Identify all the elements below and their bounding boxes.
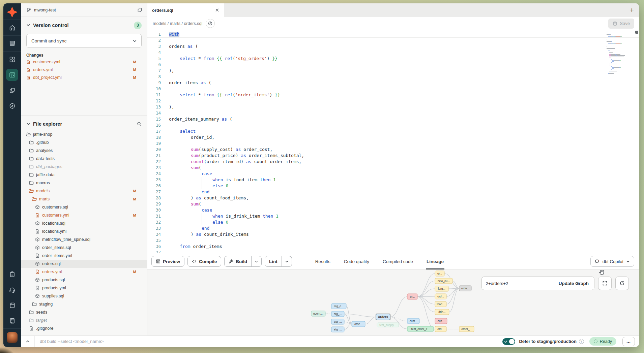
lineage-graph[interactable]: ecom....stg_o...stg_...stg_...stg_...ord… [147, 270, 488, 335]
compass-icon[interactable] [3, 98, 21, 114]
code-line[interactable]: 30 case [147, 207, 639, 213]
code-line[interactable]: 22 count(order_item_id) as count_order_i… [147, 159, 639, 165]
code-line[interactable]: 3orders as ( [147, 43, 639, 50]
code-line[interactable]: 18 order_id, [147, 134, 639, 140]
grid-icon[interactable] [3, 52, 21, 67]
tree-item[interactable]: products.yml [21, 284, 147, 292]
dbt-logo[interactable] [6, 6, 18, 18]
lineage-node-order_y2[interactable]: order_... [459, 326, 474, 332]
tree-item[interactable]: data-tests [21, 155, 147, 163]
chevron-down-icon[interactable] [26, 23, 30, 27]
lineage-node-tsupply[interactable]: test_supply... [377, 323, 399, 327]
commit-options-dropdown[interactable] [128, 34, 141, 47]
code-line[interactable]: 36 from order_items [147, 244, 639, 250]
lineage-node-ord2[interactable]: ord... [435, 326, 446, 332]
lineage-node-orde_g[interactable]: orde... [459, 286, 471, 291]
lineage-node-or_p[interactable]: or... [407, 294, 417, 299]
compile-button[interactable]: Compile [187, 256, 221, 267]
refresh-button[interactable] [615, 277, 629, 290]
command-input[interactable]: dbt build --select <model_name> [34, 336, 502, 347]
user-avatar[interactable] [7, 332, 18, 343]
stack-icon[interactable] [3, 36, 21, 51]
code-line[interactable]: 9order_items as ( [147, 80, 639, 86]
code-line[interactable]: 34 ) as count_drink_items [147, 231, 639, 237]
lineage-node-orders[interactable]: orders [376, 314, 390, 320]
changed-file[interactable]: customers.yml M [26, 59, 142, 65]
lint-options-dropdown[interactable] [282, 256, 292, 266]
tree-item[interactable]: supplies.sql [21, 292, 147, 300]
tree-item[interactable]: customers.yml M [21, 211, 147, 219]
tree-item[interactable]: target [21, 316, 147, 324]
code-line[interactable]: 37 [147, 250, 639, 253]
code-line[interactable]: 20 sum(supply_cost) as order_cost, [147, 147, 639, 153]
lineage-node-stg_o[interactable]: stg_o... [331, 303, 346, 309]
book-icon[interactable] [3, 297, 21, 313]
code-line[interactable]: 1with [147, 31, 639, 37]
tree-item[interactable]: staging [21, 300, 147, 308]
tree-item[interactable]: jaffle-data [21, 171, 147, 179]
lineage-node-larg[interactable]: larg... [435, 286, 448, 291]
minimap[interactable] [607, 32, 634, 75]
build-options-dropdown[interactable] [251, 256, 261, 266]
changed-file[interactable]: orders.yml M [26, 66, 142, 73]
lineage-node-drin[interactable]: drin... [435, 309, 449, 315]
lineage-node-orde1[interactable]: orde... [352, 321, 365, 327]
tree-item[interactable]: orders.sql [21, 260, 147, 268]
code-line[interactable]: 31 when is_drink_item then 1 [147, 213, 639, 219]
tree-item[interactable]: seeds [21, 308, 147, 316]
tab-lineage[interactable]: Lineage [426, 253, 444, 269]
headset-icon[interactable] [3, 282, 21, 297]
code-line[interactable]: 14 [147, 110, 639, 116]
code-line[interactable]: 10 [147, 86, 639, 92]
lineage-node-food[interactable]: food... [435, 301, 446, 307]
code-editor[interactable]: 1with23orders as (4 5 select * from {{ r… [147, 30, 639, 253]
fullscreen-button[interactable] [598, 277, 612, 290]
code-line[interactable]: 7), [147, 68, 639, 74]
tree-item[interactable]: customers.sql [21, 203, 147, 211]
code-line[interactable]: 33 end [147, 225, 639, 231]
code-line[interactable]: 29 sum( [147, 201, 639, 207]
lineage-node-stg_2[interactable]: stg_... [331, 319, 344, 324]
code-line[interactable]: 8 [147, 74, 639, 80]
tree-item[interactable]: .gitignore [21, 324, 147, 332]
dbt-copilot-button[interactable]: dbt Copilot [590, 256, 634, 267]
lineage-selector-input[interactable] [481, 277, 553, 290]
copy-icon[interactable] [137, 7, 142, 12]
lineage-node-cust[interactable]: cust... [407, 318, 419, 324]
code-line[interactable]: 11 select * from {{ ref('order_items') }… [147, 92, 639, 98]
lint-button[interactable]: Lint [265, 256, 292, 267]
new-tab-button[interactable]: + [625, 3, 639, 17]
lineage-node-stg_1[interactable]: stg_... [331, 311, 344, 317]
tree-item[interactable]: jaffle-shop [21, 130, 147, 138]
tree-item[interactable]: locations.yml [21, 227, 147, 235]
copy-windows-icon[interactable] [3, 83, 21, 98]
update-graph-button[interactable]: Update Graph [553, 277, 594, 290]
tree-item[interactable]: models M [21, 187, 147, 195]
tree-item[interactable]: analyses [21, 147, 147, 155]
changed-file[interactable]: dbt_project.yml M [26, 74, 142, 81]
code-line[interactable]: 19 [147, 140, 639, 147]
kiosk-icon[interactable] [3, 313, 21, 328]
tree-item[interactable]: order_items.sql [21, 244, 147, 252]
tree-item[interactable]: order_items.yml [21, 252, 147, 260]
code-editor-icon[interactable] [3, 67, 21, 83]
tab-results[interactable]: Results [315, 253, 331, 269]
code-line[interactable]: 28 ) as count_food_items, [147, 195, 639, 201]
tree-item[interactable]: .github [21, 138, 147, 147]
code-line[interactable]: 26 else 0 [147, 183, 639, 189]
tree-item[interactable]: locations.sql [21, 219, 147, 227]
code-line[interactable]: 27 end [147, 189, 639, 195]
code-line[interactable]: 6 [147, 62, 639, 68]
lineage-node-ord1[interactable]: ord... [435, 294, 446, 299]
code-line[interactable]: 23 sum( [147, 165, 639, 171]
chevron-down-icon[interactable] [26, 122, 30, 126]
scrollbar-thumb[interactable] [635, 31, 638, 34]
tree-item[interactable]: dbt_packages [21, 163, 147, 171]
code-line[interactable]: 5 select * from {{ ref('stg_orders') }} [147, 56, 639, 62]
info-icon[interactable]: ? [579, 339, 584, 344]
code-line[interactable]: 15order_items_summary as ( [147, 116, 639, 122]
tab-orders-sql[interactable]: orders.sql [147, 3, 224, 17]
code-line[interactable]: 2 [147, 37, 639, 43]
code-line[interactable]: 17 select [147, 128, 639, 134]
lineage-node-new_cu[interactable]: new_cu... [435, 278, 452, 284]
